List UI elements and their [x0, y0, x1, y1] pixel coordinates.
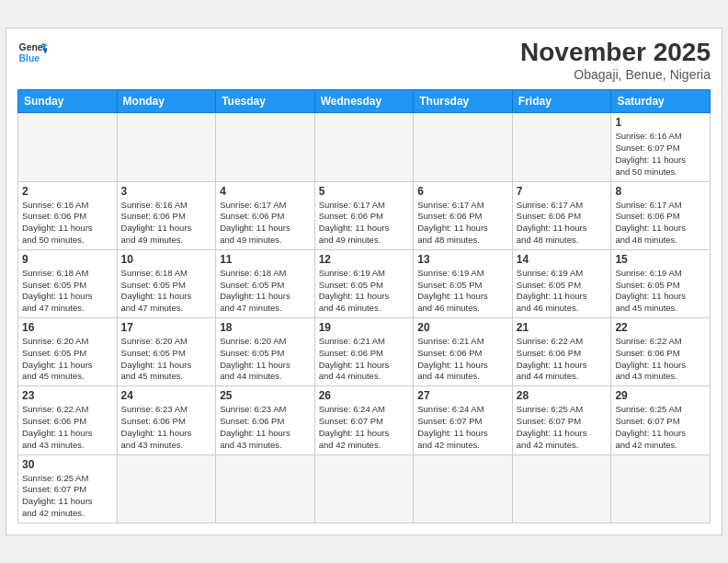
- day-info: Sunrise: 6:20 AM Sunset: 6:05 PM Dayligh…: [220, 336, 311, 383]
- day-number: 3: [121, 185, 212, 198]
- day-number: 21: [517, 321, 608, 334]
- calendar-day-cell: 15Sunrise: 6:19 AM Sunset: 6:05 PM Dayli…: [611, 249, 711, 317]
- calendar-day-cell: 4Sunrise: 6:17 AM Sunset: 6:06 PM Daylig…: [216, 181, 315, 249]
- day-info: Sunrise: 6:22 AM Sunset: 6:06 PM Dayligh…: [22, 404, 113, 451]
- day-number: 14: [517, 253, 608, 266]
- day-number: 10: [121, 253, 212, 266]
- calendar-day-cell: [414, 113, 513, 181]
- calendar-day-cell: 17Sunrise: 6:20 AM Sunset: 6:05 PM Dayli…: [117, 318, 216, 386]
- weekday-header-thursday: Thursday: [414, 90, 513, 113]
- day-number: 13: [417, 253, 508, 266]
- weekday-header-tuesday: Tuesday: [216, 90, 315, 113]
- day-number: 22: [615, 321, 706, 334]
- day-info: Sunrise: 6:21 AM Sunset: 6:06 PM Dayligh…: [417, 336, 508, 383]
- location-subtitle: Obagaji, Benue, Nigeria: [520, 67, 711, 82]
- calendar-day-cell: 5Sunrise: 6:17 AM Sunset: 6:06 PM Daylig…: [314, 181, 414, 249]
- calendar-day-cell: 27Sunrise: 6:24 AM Sunset: 6:07 PM Dayli…: [414, 386, 513, 454]
- month-title: November 2025: [520, 38, 711, 67]
- calendar-day-cell: 28Sunrise: 6:25 AM Sunset: 6:07 PM Dayli…: [512, 386, 611, 454]
- calendar-day-cell: [18, 113, 118, 181]
- day-number: 8: [615, 185, 706, 198]
- calendar-day-cell: 6Sunrise: 6:17 AM Sunset: 6:06 PM Daylig…: [414, 181, 513, 249]
- day-info: Sunrise: 6:22 AM Sunset: 6:06 PM Dayligh…: [615, 336, 706, 383]
- day-number: 4: [220, 185, 311, 198]
- logo-icon: General Blue: [17, 38, 47, 67]
- calendar-day-cell: [117, 454, 216, 523]
- calendar-day-cell: 12Sunrise: 6:19 AM Sunset: 6:05 PM Dayli…: [314, 249, 414, 317]
- calendar-day-cell: 24Sunrise: 6:23 AM Sunset: 6:06 PM Dayli…: [117, 386, 216, 454]
- calendar-week-row: 16Sunrise: 6:20 AM Sunset: 6:05 PM Dayli…: [18, 318, 711, 386]
- day-number: 1: [615, 116, 706, 129]
- calendar-day-cell: 13Sunrise: 6:19 AM Sunset: 6:05 PM Dayli…: [414, 249, 513, 317]
- svg-text:Blue: Blue: [19, 53, 40, 63]
- weekday-header-friday: Friday: [512, 90, 611, 113]
- day-number: 29: [615, 389, 706, 402]
- weekday-header-monday: Monday: [117, 90, 216, 113]
- calendar-day-cell: 14Sunrise: 6:19 AM Sunset: 6:05 PM Dayli…: [512, 249, 611, 317]
- day-number: 6: [417, 185, 508, 198]
- day-number: 26: [319, 389, 410, 402]
- day-number: 5: [319, 185, 410, 198]
- day-info: Sunrise: 6:16 AM Sunset: 6:06 PM Dayligh…: [121, 200, 212, 247]
- calendar-day-cell: 10Sunrise: 6:18 AM Sunset: 6:05 PM Dayli…: [117, 249, 216, 317]
- day-info: Sunrise: 6:20 AM Sunset: 6:05 PM Dayligh…: [121, 336, 212, 383]
- day-info: Sunrise: 6:17 AM Sunset: 6:06 PM Dayligh…: [220, 200, 311, 247]
- weekday-header-wednesday: Wednesday: [314, 90, 414, 113]
- day-number: 28: [517, 389, 608, 402]
- day-number: 25: [220, 389, 311, 402]
- day-number: 7: [517, 185, 608, 198]
- calendar-day-cell: 2Sunrise: 6:16 AM Sunset: 6:06 PM Daylig…: [18, 181, 118, 249]
- day-number: 23: [22, 389, 113, 402]
- weekday-header-sunday: Sunday: [18, 90, 118, 113]
- calendar-week-row: 2Sunrise: 6:16 AM Sunset: 6:06 PM Daylig…: [18, 181, 711, 249]
- calendar-day-cell: [117, 113, 216, 181]
- calendar-day-cell: 16Sunrise: 6:20 AM Sunset: 6:05 PM Dayli…: [18, 318, 118, 386]
- calendar-grid: SundayMondayTuesdayWednesdayThursdayFrid…: [17, 89, 711, 523]
- calendar-day-cell: [512, 113, 611, 181]
- day-info: Sunrise: 6:19 AM Sunset: 6:05 PM Dayligh…: [517, 268, 608, 315]
- day-info: Sunrise: 6:19 AM Sunset: 6:05 PM Dayligh…: [319, 268, 410, 315]
- calendar-day-cell: [414, 454, 513, 523]
- day-info: Sunrise: 6:23 AM Sunset: 6:06 PM Dayligh…: [220, 404, 311, 451]
- day-number: 16: [22, 321, 113, 334]
- day-info: Sunrise: 6:18 AM Sunset: 6:05 PM Dayligh…: [121, 268, 212, 315]
- calendar-header: General Blue November 2025 Obagaji, Benu…: [17, 38, 711, 82]
- calendar-day-cell: 8Sunrise: 6:17 AM Sunset: 6:06 PM Daylig…: [611, 181, 711, 249]
- calendar-day-cell: [314, 454, 414, 523]
- day-number: 20: [417, 321, 508, 334]
- calendar-day-cell: 9Sunrise: 6:18 AM Sunset: 6:05 PM Daylig…: [18, 249, 118, 317]
- day-info: Sunrise: 6:20 AM Sunset: 6:05 PM Dayligh…: [22, 336, 113, 383]
- calendar-day-cell: [216, 113, 315, 181]
- day-info: Sunrise: 6:17 AM Sunset: 6:06 PM Dayligh…: [517, 200, 608, 247]
- day-number: 9: [22, 253, 113, 266]
- calendar-day-cell: [314, 113, 414, 181]
- calendar-day-cell: [512, 454, 611, 523]
- calendar-week-row: 9Sunrise: 6:18 AM Sunset: 6:05 PM Daylig…: [18, 249, 711, 317]
- calendar-week-row: 23Sunrise: 6:22 AM Sunset: 6:06 PM Dayli…: [18, 386, 711, 454]
- day-number: 12: [319, 253, 410, 266]
- day-number: 18: [220, 321, 311, 334]
- calendar-day-cell: 19Sunrise: 6:21 AM Sunset: 6:06 PM Dayli…: [314, 318, 414, 386]
- day-number: 19: [319, 321, 410, 334]
- day-info: Sunrise: 6:23 AM Sunset: 6:06 PM Dayligh…: [121, 404, 212, 451]
- day-info: Sunrise: 6:25 AM Sunset: 6:07 PM Dayligh…: [517, 404, 608, 451]
- day-number: 15: [615, 253, 706, 266]
- calendar-day-cell: [611, 454, 711, 523]
- calendar-day-cell: 23Sunrise: 6:22 AM Sunset: 6:06 PM Dayli…: [18, 386, 118, 454]
- weekday-header-saturday: Saturday: [611, 90, 711, 113]
- day-info: Sunrise: 6:16 AM Sunset: 6:07 PM Dayligh…: [615, 131, 706, 178]
- day-info: Sunrise: 6:17 AM Sunset: 6:06 PM Dayligh…: [615, 200, 706, 247]
- calendar-week-row: 1Sunrise: 6:16 AM Sunset: 6:07 PM Daylig…: [18, 113, 711, 181]
- day-info: Sunrise: 6:22 AM Sunset: 6:06 PM Dayligh…: [517, 336, 608, 383]
- title-block: November 2025 Obagaji, Benue, Nigeria: [520, 38, 711, 82]
- day-info: Sunrise: 6:18 AM Sunset: 6:05 PM Dayligh…: [220, 268, 311, 315]
- day-info: Sunrise: 6:18 AM Sunset: 6:05 PM Dayligh…: [22, 268, 113, 315]
- day-info: Sunrise: 6:24 AM Sunset: 6:07 PM Dayligh…: [319, 404, 410, 451]
- calendar-day-cell: 3Sunrise: 6:16 AM Sunset: 6:06 PM Daylig…: [117, 181, 216, 249]
- logo: General Blue: [17, 38, 47, 67]
- calendar-week-row: 30Sunrise: 6:25 AM Sunset: 6:07 PM Dayli…: [18, 454, 711, 523]
- day-info: Sunrise: 6:17 AM Sunset: 6:06 PM Dayligh…: [417, 200, 508, 247]
- calendar-day-cell: 25Sunrise: 6:23 AM Sunset: 6:06 PM Dayli…: [216, 386, 315, 454]
- calendar-day-cell: [216, 454, 315, 523]
- calendar-container: General Blue November 2025 Obagaji, Benu…: [6, 28, 722, 535]
